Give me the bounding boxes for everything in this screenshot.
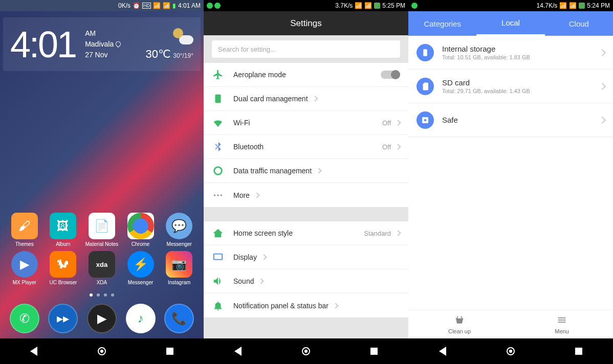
button-label: Menu bbox=[555, 328, 569, 334]
clock: 5:24 PM bbox=[587, 2, 610, 9]
play-icon: ▶ bbox=[87, 304, 117, 333]
recents-button[interactable] bbox=[165, 346, 175, 356]
app-UC Browser[interactable]: 🐿UC Browser bbox=[45, 251, 81, 285]
setting-aeroplane-mode[interactable]: Aeroplane mode bbox=[204, 63, 408, 87]
notif-icon bbox=[212, 300, 224, 312]
dock: ✆▸▸▶♪📞 bbox=[0, 301, 204, 338]
svg-point-8 bbox=[424, 119, 427, 121]
search-input[interactable]: Search for setting... bbox=[212, 40, 400, 58]
chevron-right-icon bbox=[316, 168, 321, 173]
location-pin-icon bbox=[115, 40, 122, 48]
Messenger-icon: 💬 bbox=[166, 213, 192, 239]
more-icon bbox=[212, 189, 224, 201]
whatsapp-icon: ✆ bbox=[10, 304, 39, 333]
app-Messenger[interactable]: ⚡Messenger bbox=[122, 251, 159, 285]
safe-icon bbox=[417, 111, 434, 129]
setting-display[interactable]: Display bbox=[204, 245, 408, 269]
button-label: Clean up bbox=[448, 328, 471, 334]
menu-button[interactable]: Menu bbox=[511, 310, 613, 338]
tab-cloud[interactable]: Cloud bbox=[545, 11, 613, 36]
setting-sound[interactable]: Sound bbox=[204, 269, 408, 293]
Messenger-icon: ⚡ bbox=[127, 251, 154, 278]
app-label: Messenger bbox=[166, 241, 191, 247]
home-screen: 0K/s ⏰ HD 📶 📶 ▮ 4:01 AM 4:01 AM Madivala… bbox=[0, 0, 204, 364]
setting-dual-card-management[interactable]: Dual card management bbox=[204, 87, 408, 111]
setting-label: Wi-Fi bbox=[233, 119, 250, 127]
setting-label: Aeroplane mode bbox=[233, 71, 286, 79]
tab-categories[interactable]: Categories bbox=[408, 11, 476, 36]
app-Messenger[interactable]: 💬Messenger bbox=[161, 213, 198, 247]
chevron-right-icon bbox=[333, 303, 338, 308]
app-MX Player[interactable]: ▶MX Player bbox=[6, 251, 43, 285]
app-play[interactable]: ▶ bbox=[83, 304, 120, 333]
storage-internal-storage[interactable]: Internal storageTotal: 10.51 GB, availab… bbox=[408, 36, 613, 70]
back-button[interactable] bbox=[233, 346, 243, 356]
setting-data-traffic-management[interactable]: Data traffic management bbox=[204, 159, 408, 183]
page-title: Settings bbox=[204, 11, 408, 35]
clean-up-button[interactable]: Clean up bbox=[408, 310, 511, 338]
svg-point-3 bbox=[217, 194, 219, 196]
recents-button[interactable] bbox=[369, 346, 379, 356]
sound-icon bbox=[212, 275, 224, 287]
app-Album[interactable]: 🖼Album bbox=[45, 213, 81, 247]
app-label: UC Browser bbox=[49, 280, 77, 285]
back-button[interactable] bbox=[437, 346, 448, 356]
signal-icon: 📶 bbox=[355, 2, 362, 9]
svg-point-1 bbox=[214, 167, 222, 175]
setting-more[interactable]: More bbox=[204, 183, 408, 207]
app-XDA[interactable]: xdaXDA bbox=[83, 251, 120, 285]
setting-notification-panel-&-status-bar[interactable]: Notification panel & status bar bbox=[204, 293, 408, 317]
home-button[interactable] bbox=[301, 346, 311, 356]
storage-sd-card[interactable]: SD cardTotal: 29.71 GB, available: 1.43 … bbox=[408, 70, 613, 103]
app-Chrome[interactable]: Chrome bbox=[122, 213, 159, 247]
tabs: CategoriesLocalCloud bbox=[408, 11, 613, 36]
back-button[interactable] bbox=[29, 346, 39, 356]
weather-widget[interactable]: 4:01 AM Madivala 27 Nov 30℃ 30°/19° bbox=[3, 17, 201, 71]
app-Material Notes[interactable]: 📄Material Notes bbox=[83, 213, 120, 247]
chevron-right-icon bbox=[599, 49, 606, 56]
settings-screen: 3.7K/s 📶 📶 5:25 PM Settings Search for s… bbox=[204, 0, 408, 364]
tab-local[interactable]: Local bbox=[476, 11, 544, 36]
clock: 4:01 AM bbox=[178, 2, 201, 9]
setting-wi-fi[interactable]: Wi-FiOff bbox=[204, 111, 408, 135]
home-button[interactable] bbox=[97, 346, 107, 356]
app-label: Album bbox=[56, 241, 70, 247]
date: 27 Nov bbox=[85, 50, 121, 60]
clock-large: 4:01 bbox=[10, 26, 76, 63]
app-mixplorer[interactable]: ▸▸ bbox=[45, 304, 81, 333]
app-phone[interactable]: 📞 bbox=[161, 304, 198, 333]
setting-bluetooth[interactable]: BluetoothOff bbox=[204, 135, 408, 159]
setting-home-screen-style[interactable]: Home screen styleStandard bbox=[204, 221, 408, 245]
storage-list: Internal storageTotal: 10.51 GB, availab… bbox=[408, 36, 613, 137]
signal-icon-2: 📶 bbox=[163, 2, 170, 9]
storage-safe[interactable]: Safe bbox=[408, 103, 613, 137]
setting-value: Standard bbox=[364, 230, 391, 237]
chevron-right-icon bbox=[258, 278, 264, 284]
bottom-bar: Clean upMenu bbox=[408, 310, 613, 338]
app-music[interactable]: ♪ bbox=[122, 304, 159, 333]
chevron-right-icon bbox=[312, 96, 318, 101]
recents-button[interactable] bbox=[574, 346, 584, 356]
phone-icon bbox=[417, 44, 434, 61]
page-indicator[interactable] bbox=[0, 293, 204, 297]
plane-icon bbox=[212, 69, 224, 81]
filemanager-screen: 14.7K/s 📶 📶 5:24 PM CategoriesLocalCloud… bbox=[408, 0, 613, 364]
battery-icon bbox=[579, 3, 585, 9]
app-Instagram[interactable]: 📷Instagram bbox=[161, 251, 198, 285]
alarm-icon: ⏰ bbox=[133, 2, 140, 9]
chevron-right-icon bbox=[254, 192, 259, 198]
chevron-right-icon bbox=[599, 116, 606, 123]
weather-temp: 30℃ 30°/19° bbox=[145, 28, 193, 61]
navbar bbox=[408, 338, 613, 364]
Material Notes-icon: 📄 bbox=[89, 213, 115, 239]
app-label: Themes bbox=[15, 241, 34, 247]
net-speed: 3.7K/s bbox=[335, 2, 353, 9]
signal-icon-2: 📶 bbox=[569, 2, 577, 9]
home-button[interactable] bbox=[506, 346, 516, 356]
toggle[interactable] bbox=[381, 71, 400, 79]
home-icon bbox=[212, 227, 224, 239]
app-Themes[interactable]: 🖌Themes bbox=[6, 213, 43, 247]
svg-rect-11 bbox=[558, 322, 566, 323]
storage-subtitle: Total: 10.51 GB, available: 1.83 GB bbox=[442, 54, 600, 60]
app-whatsapp[interactable]: ✆ bbox=[6, 304, 43, 333]
